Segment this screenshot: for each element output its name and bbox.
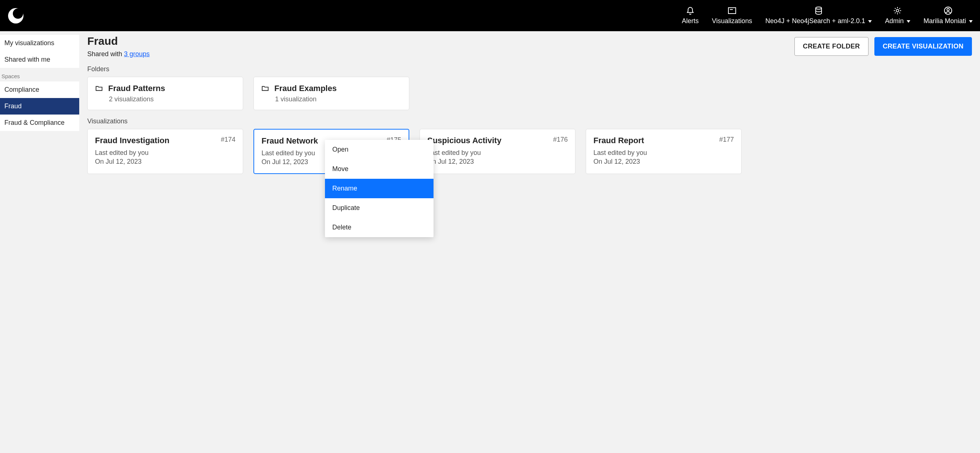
shared-with-prefix: Shared with xyxy=(87,50,124,57)
page-title: Fraud xyxy=(87,35,150,47)
context-menu-open[interactable]: Open xyxy=(325,140,434,160)
visualization-id: #174 xyxy=(221,136,235,144)
context-menu-move[interactable]: Move xyxy=(325,160,434,179)
sidebar-spaces-label: Spaces xyxy=(0,68,79,81)
user-icon xyxy=(944,6,953,15)
visualization-edited-by: Last edited by you xyxy=(95,148,235,157)
topbar-nav: Alerts Visualizations Neo4J + Neo4jSearc… xyxy=(682,6,973,25)
visualization-icon xyxy=(728,6,737,15)
sidebar-item-my-visualizations[interactable]: My visualizations xyxy=(0,35,79,51)
sidebar-space-compliance[interactable]: Compliance xyxy=(0,81,79,98)
folder-sub: 2 visualizations xyxy=(109,96,235,103)
topbar-datasource[interactable]: Neo4J + Neo4jSearch + aml-2.0.1 xyxy=(765,6,872,25)
visualizations-section-label: Visualizations xyxy=(87,118,972,125)
svg-point-4 xyxy=(816,7,822,9)
visualization-id: #177 xyxy=(719,136,734,144)
topbar-alerts[interactable]: Alerts xyxy=(682,6,699,25)
svg-point-7 xyxy=(947,8,949,11)
visualization-card[interactable]: Fraud Investigation #174 Last edited by … xyxy=(87,129,243,174)
folder-card[interactable]: Fraud Patterns 2 visualizations xyxy=(87,77,243,110)
folders-grid: Fraud Patterns 2 visualizations Fraud Ex… xyxy=(87,77,972,110)
visualization-card[interactable]: Fraud Report #177 Last edited by you On … xyxy=(586,129,741,174)
visualization-edited-by: Last edited by you xyxy=(593,148,734,157)
folders-section-label: Folders xyxy=(87,65,972,73)
visualization-date: On Jul 12, 2023 xyxy=(95,157,235,166)
visualization-title: Fraud Network xyxy=(261,136,318,146)
create-visualization-button[interactable]: CREATE VISUALIZATION xyxy=(874,37,972,56)
svg-rect-2 xyxy=(729,8,736,14)
context-menu-rename[interactable]: Rename xyxy=(325,179,434,189)
visualization-id: #176 xyxy=(553,136,568,144)
bell-icon xyxy=(686,6,695,15)
folder-sub: 1 visualization xyxy=(275,96,402,103)
chevron-down-icon xyxy=(907,20,910,23)
topbar-admin-label: Admin xyxy=(885,17,904,25)
main-content: Fraud Shared with 3 groups CREATE FOLDER… xyxy=(79,31,980,189)
create-folder-button[interactable]: CREATE FOLDER xyxy=(794,37,869,56)
topbar-user-label: Marilia Moniati xyxy=(924,17,966,25)
visualization-title: Fraud Report xyxy=(593,136,644,145)
chevron-down-icon xyxy=(868,20,872,23)
topbar-datasource-label: Neo4J + Neo4jSearch + aml-2.0.1 xyxy=(765,17,865,25)
folder-title: Fraud Examples xyxy=(274,84,337,93)
visualization-card[interactable]: Suspicious Activity #176 Last edited by … xyxy=(420,129,576,174)
visualization-title: Suspicious Activity xyxy=(427,136,501,145)
sidebar: My visualizations Shared with me Spaces … xyxy=(0,31,79,189)
folder-title: Fraud Patterns xyxy=(108,84,165,93)
topbar-alerts-label: Alerts xyxy=(682,17,699,25)
database-icon xyxy=(814,6,823,15)
visualization-title: Fraud Investigation xyxy=(95,136,169,145)
chevron-down-icon xyxy=(969,20,973,23)
sidebar-space-fraud[interactable]: Fraud xyxy=(0,98,79,115)
visualizations-grid: Fraud Investigation #174 Last edited by … xyxy=(87,129,972,174)
svg-point-5 xyxy=(896,10,899,12)
topbar-visualizations-label: Visualizations xyxy=(712,17,752,25)
topbar-user[interactable]: Marilia Moniati xyxy=(924,6,973,25)
svg-point-1 xyxy=(13,8,23,19)
visualization-date: On Jul 12, 2023 xyxy=(593,157,734,166)
sidebar-space-fraud-compliance[interactable]: Fraud & Compliance xyxy=(0,115,79,131)
folder-card[interactable]: Fraud Examples 1 visualization xyxy=(253,77,409,110)
shared-with-link[interactable]: 3 groups xyxy=(124,50,150,57)
topbar-admin[interactable]: Admin xyxy=(885,6,910,25)
context-menu: Open Move Rename Duplicate Delete xyxy=(325,140,434,189)
gear-icon xyxy=(893,6,902,15)
topbar: Alerts Visualizations Neo4J + Neo4jSearc… xyxy=(0,0,980,31)
logo-icon xyxy=(7,7,24,24)
sidebar-item-shared-with-me[interactable]: Shared with me xyxy=(0,51,79,68)
visualization-edited-by: Last edited by you xyxy=(427,148,568,157)
folder-icon xyxy=(261,85,269,93)
app-logo[interactable] xyxy=(7,7,24,24)
folder-icon xyxy=(95,85,103,93)
topbar-visualizations[interactable]: Visualizations xyxy=(712,6,752,25)
shared-with-row: Shared with 3 groups xyxy=(87,50,150,58)
visualization-date: On Jul 12, 2023 xyxy=(427,157,568,166)
